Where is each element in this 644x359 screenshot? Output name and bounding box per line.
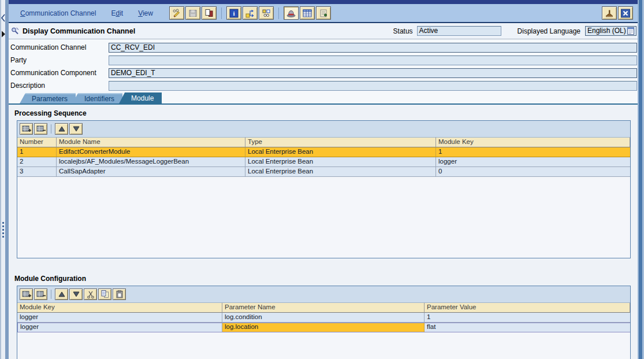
move-up-button[interactable] (55, 123, 68, 135)
table-cell[interactable]: log.condition (222, 313, 425, 323)
delete-row-button[interactable] (34, 288, 47, 300)
pencil-icon (172, 9, 182, 18)
toolbar-group-right (602, 6, 634, 20)
delete-row-icon (36, 290, 46, 299)
table-cell[interactable]: Local Enterprise Bean (245, 167, 436, 177)
dropdown-list-icon[interactable] (627, 27, 634, 35)
table-cell[interactable]: logger (17, 323, 222, 332)
table-row[interactable]: 1EdifactConverterModuleLocal Enterprise … (17, 147, 630, 157)
form-row: Party (10, 54, 637, 66)
table-cell[interactable]: Local Enterprise Bean (245, 147, 436, 157)
field-communication-component[interactable]: DEMO_EDI_T (109, 68, 637, 78)
arrow-down-icon (72, 290, 81, 298)
table-cell[interactable]: CallSapAdapter (57, 167, 245, 177)
column-header[interactable]: Parameter Value (425, 303, 630, 313)
insert-row-button[interactable] (20, 288, 33, 300)
table-cell[interactable]: 1 (17, 147, 57, 157)
field-label: Communication Channel (10, 43, 109, 51)
tab-strip: ParametersIdentifiersModule (9, 91, 638, 105)
move-down-button[interactable] (69, 123, 83, 135)
delete-row-button[interactable] (34, 123, 47, 135)
table-cell[interactable]: logger (436, 157, 630, 167)
module-configuration-title: Module Configuration (14, 275, 638, 283)
seal-button[interactable] (602, 6, 617, 20)
move-down-button[interactable] (69, 288, 83, 300)
tab-identifiers[interactable]: Identifiers (72, 93, 122, 105)
copy-icon (100, 290, 110, 299)
copy-rows-button[interactable] (98, 288, 111, 300)
channel-form: Communication ChannelCC_RCV_EDIPartyComm… (9, 39, 638, 91)
menu-communication-channel[interactable]: Communication Channel (20, 9, 96, 17)
menu-view[interactable]: View (138, 9, 153, 17)
table-cell[interactable]: 1 (425, 313, 630, 323)
seal-icon (604, 9, 615, 18)
table-cell[interactable]: 0 (436, 167, 630, 177)
left-panel-splitter[interactable] (0, 0, 9, 359)
collapse-panel-icon[interactable] (1, 14, 6, 22)
sap-integration-builder-window: Communication Channel Edit View (0, 0, 644, 359)
table-cell[interactable]: 2 (17, 157, 57, 167)
toolbar-group-display (284, 6, 332, 20)
where-used-button[interactable] (243, 6, 258, 20)
module-tab-content: Processing Sequence (9, 105, 638, 359)
references-icon (261, 9, 271, 18)
column-header[interactable]: Module Name (57, 138, 245, 147)
references-button[interactable] (259, 6, 274, 20)
toolbar-separator (221, 8, 222, 19)
menu-edit[interactable]: Edit (111, 9, 123, 17)
field-description[interactable] (109, 81, 637, 91)
info-button[interactable]: i (226, 6, 241, 20)
close-window-button[interactable] (618, 6, 633, 20)
module-configuration-table: Module KeyParameter NameParameter Valuel… (17, 286, 631, 359)
cut-button[interactable] (84, 288, 97, 300)
table-row[interactable]: loggerlog.condition1 (17, 313, 630, 323)
insert-row-button[interactable] (20, 123, 33, 135)
column-header[interactable]: Module Key (17, 303, 222, 313)
table-cell[interactable]: 3 (17, 167, 57, 177)
form-row: Communication ChannelCC_RCV_EDI (10, 41, 637, 54)
table-row[interactable]: 3CallSapAdapterLocal Enterprise Bean0 (17, 167, 630, 177)
field-party[interactable] (109, 55, 637, 65)
audit-log-button[interactable] (316, 6, 331, 20)
status-field[interactable]: Active (417, 26, 501, 36)
module-configuration-grid: Module KeyParameter NameParameter Valuel… (17, 303, 630, 332)
expand-panel-icon[interactable] (1, 30, 6, 38)
table-row[interactable]: loggerlog.locationflat (17, 323, 630, 332)
column-header[interactable]: Parameter Name (222, 303, 425, 313)
copy-object-button[interactable] (202, 6, 217, 20)
paste-icon (114, 290, 125, 299)
main-area: Communication Channel Edit View (9, 4, 638, 359)
table-cell[interactable]: EdifactConverterModule (57, 147, 245, 157)
hat-button[interactable] (284, 6, 299, 20)
display-object-icon (10, 27, 20, 36)
save-button[interactable] (185, 6, 200, 20)
move-up-button[interactable] (55, 288, 68, 300)
table-cell[interactable]: logger (17, 313, 222, 323)
table-cell[interactable]: Local Enterprise Bean (245, 157, 436, 167)
table-view-button[interactable] (300, 6, 315, 20)
table-cell[interactable]: log.location (222, 323, 425, 332)
tab-parameters[interactable]: Parameters (19, 93, 76, 105)
table-header-row: NumberModule NameTypeModule Key (17, 138, 630, 147)
column-header[interactable]: Number (17, 138, 57, 147)
toolbar-separator (278, 8, 279, 19)
table-cell[interactable]: localejbs/AF_Modules/MessageLoggerBean (57, 157, 245, 167)
displayed-language-dropdown[interactable]: English (OL) (585, 26, 636, 36)
paste-rows-button[interactable] (113, 288, 126, 300)
info-icon: i (229, 9, 239, 18)
table-row[interactable]: 2localejbs/AF_Modules/MessageLoggerBeanL… (17, 157, 630, 167)
field-communication-channel[interactable]: CC_RCV_EDI (109, 43, 637, 53)
column-header[interactable]: Type (245, 138, 436, 147)
field-label: Party (10, 56, 109, 64)
arrow-down-icon (72, 125, 81, 133)
field-label: Description (10, 82, 109, 90)
column-header[interactable]: Module Key (436, 138, 630, 147)
table-cell[interactable]: flat (425, 323, 630, 332)
toolbar-group-edit (169, 6, 218, 20)
table-header-row: Module KeyParameter NameParameter Value (17, 303, 630, 313)
splitter-edge (0, 0, 1, 359)
table-cell[interactable]: 1 (436, 147, 630, 157)
splitter-grip-handle[interactable] (2, 222, 4, 239)
display-edit-pencil-button[interactable] (169, 6, 184, 20)
tab-module[interactable]: Module (118, 92, 162, 105)
